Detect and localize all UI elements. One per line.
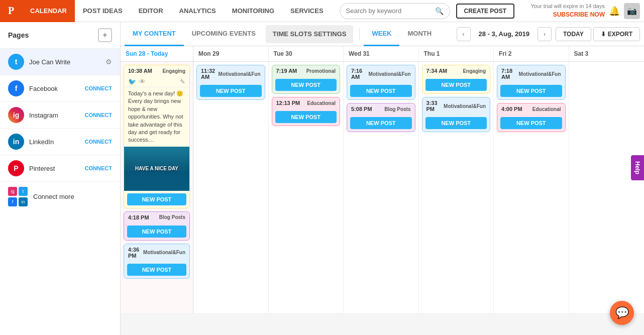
notification-bell-icon[interactable]: 🔔	[609, 6, 620, 17]
export-icon: ⬇	[601, 31, 606, 38]
settings-gear-icon[interactable]: ⚙	[105, 58, 112, 66]
connect-more-label: Connect more	[33, 193, 74, 200]
export-label: EXPORT	[608, 31, 632, 38]
instagram-connect-label[interactable]: CONNECT	[85, 112, 112, 118]
day-col-sat	[569, 62, 645, 313]
sidebar-header: Pages +	[0, 22, 120, 49]
card-time-blog: 4:18 PM	[128, 214, 149, 220]
card-tag-thu2: Motivational&Fun	[444, 103, 486, 109]
new-post-btn-fri2[interactable]: NEW POST	[500, 117, 562, 129]
linkedin-connect-label[interactable]: CONNECT	[85, 139, 112, 145]
card-time-thu1: 7:34 AM	[426, 68, 448, 74]
tab-week[interactable]: WEEK	[364, 22, 399, 46]
card-time-mot: 4:36 PM	[128, 247, 143, 259]
eye-icon[interactable]: 👁	[139, 78, 146, 85]
card-tag-fri1: Motivational&Fun	[519, 71, 561, 77]
card-tag-wed1: Motivational&Fun	[369, 71, 411, 77]
card-header-engaging: 10:38 AM Engaging	[124, 65, 189, 76]
new-post-btn-tue2[interactable]: NEW POST	[275, 111, 337, 123]
sidebar-item-joe[interactable]: t Joe Can Write ⚙	[0, 49, 120, 75]
mini-twitter-icon: t	[19, 187, 28, 196]
new-post-btn-wed1[interactable]: NEW POST	[350, 85, 412, 97]
connect-more-icons: ig t f in	[8, 187, 28, 206]
next-week-button[interactable]: ›	[538, 27, 552, 41]
post-card-motivational-wed[interactable]: 7:16 AM Motivational&Fun NEW POST	[347, 65, 415, 100]
post-card-motivational-sun[interactable]: 4:36 PM Motivational&Fun NEW POST	[124, 244, 190, 279]
tab-upcoming-events[interactable]: UPCOMING EVENTS	[184, 22, 264, 46]
nav-search-box[interactable]: 🔍	[340, 3, 450, 19]
card-time-mon1: 11:32 AM	[201, 68, 219, 80]
tab-month[interactable]: MONTH	[399, 22, 440, 46]
tabs-row: MY CONTENT UPCOMING EVENTS TIME SLOTS SE…	[121, 22, 644, 46]
new-post-btn-mon1[interactable]: NEW POST	[200, 85, 262, 97]
nav-item-post-ideas[interactable]: POST IDEAS	[75, 0, 131, 22]
subscribe-text[interactable]: SUBSCRIBE NOW	[530, 11, 605, 19]
sidebar-item-pinterest[interactable]: P Pinterest CONNECT	[0, 155, 120, 182]
tab-time-slots[interactable]: TIME SLOTS SETTINGS	[266, 25, 354, 43]
post-card-promotional-tue[interactable]: 7:19 AM Promotional NEW POST	[272, 65, 341, 94]
card-image-ocean: HAVE A NICE DAY	[124, 147, 189, 191]
prev-week-button[interactable]: ‹	[457, 27, 471, 41]
new-post-btn-wed2[interactable]: NEW POST	[350, 117, 412, 129]
trial-info: Your trial will expire in 14 days SUBSCR…	[530, 3, 605, 19]
post-card-motivational-mon[interactable]: 11:32 AM Motivational&Fun NEW POST	[196, 65, 265, 100]
post-card-motivational-thu[interactable]: 3:33 PM Motivational&Fun NEW POST	[422, 97, 491, 132]
post-card-motivational-fri[interactable]: 7:18 AM Motivational&Fun NEW POST	[497, 65, 566, 100]
pinterest-connect-label[interactable]: CONNECT	[85, 165, 112, 171]
nav-item-services[interactable]: SERVICES	[282, 0, 332, 22]
chat-icon: 💬	[615, 306, 629, 319]
card-tag-wed2: Blog Posts	[384, 106, 410, 112]
today-button[interactable]: TODAY	[556, 27, 591, 41]
sidebar-item-facebook[interactable]: f Facebook CONNECT	[0, 75, 120, 102]
day-header-thu: Thu 1	[419, 46, 494, 61]
facebook-name: Facebook	[29, 85, 85, 92]
chat-button[interactable]: 💬	[610, 301, 634, 325]
day-header-mon: Mon 29	[193, 46, 269, 61]
sidebar-item-instagram[interactable]: ig Instagram CONNECT	[0, 102, 120, 129]
nav-item-monitoring[interactable]: MONITORING	[224, 0, 282, 22]
sidebar-item-connect-more[interactable]: ig t f in Connect more	[0, 182, 120, 211]
new-post-btn-sun3[interactable]: NEW POST	[127, 264, 186, 276]
tab-my-content[interactable]: MY CONTENT	[125, 22, 184, 46]
card-toolbar: 🐦 👁 ✎	[124, 76, 189, 87]
linkedin-name: LinkedIn	[29, 138, 85, 146]
card-tag-tue1: Promotional	[306, 68, 336, 74]
sidebar-add-button[interactable]: +	[98, 28, 112, 42]
day-header-fri: Fri 2	[494, 46, 569, 61]
new-post-btn-thu1[interactable]: NEW POST	[425, 79, 487, 91]
post-card-blog-wed[interactable]: 5:08 PM Blog Posts NEW POST	[347, 103, 415, 132]
facebook-connect-label[interactable]: CONNECT	[85, 85, 112, 91]
nav-arrows: ‹ 28 - 3, Aug, 2019 › TODAY ⬇ EXPORT	[457, 27, 640, 41]
create-post-button[interactable]: CREATE POST	[456, 4, 514, 19]
nav-item-calendar[interactable]: CALENDAR	[22, 0, 75, 22]
edit-icon[interactable]: ✎	[180, 78, 185, 85]
new-post-btn-sun2[interactable]: NEW POST	[127, 226, 186, 238]
post-card-educational-fri[interactable]: 4:00 PM Educational NEW POST	[497, 103, 566, 132]
new-post-btn-tue1[interactable]: NEW POST	[275, 79, 337, 91]
user-avatar[interactable]: 📷	[624, 3, 640, 19]
main-layout: Pages + t Joe Can Write ⚙ f Facebook CON…	[0, 22, 644, 335]
nav-logo[interactable]: P	[0, 0, 22, 22]
search-input[interactable]	[346, 7, 435, 15]
nav-item-editor[interactable]: EDITOR	[131, 0, 171, 22]
post-card-engaging[interactable]: 10:38 AM Engaging 🐦 👁 ✎ Today's a new da…	[124, 65, 190, 208]
post-card-engaging-thu[interactable]: 7:34 AM Engaging NEW POST	[422, 65, 491, 94]
card-tag-1: Engaging	[162, 68, 185, 74]
help-button[interactable]: Help	[631, 155, 644, 180]
new-post-btn-fri1[interactable]: NEW POST	[500, 85, 562, 97]
instagram-name: Instagram	[29, 111, 85, 119]
day-col-sun: 10:38 AM Engaging 🐦 👁 ✎ Today's a new da…	[121, 62, 193, 313]
mini-linkedin-icon: in	[19, 197, 28, 206]
new-post-btn-thu2[interactable]: NEW POST	[425, 117, 487, 129]
sidebar-item-linkedin[interactable]: in LinkedIn CONNECT	[0, 129, 120, 155]
nav-item-analytics[interactable]: ANALYTICS	[171, 0, 224, 22]
linkedin-avatar: in	[8, 134, 24, 150]
export-button[interactable]: ⬇ EXPORT	[593, 27, 640, 41]
post-card-educational-tue[interactable]: 12:13 PM Educational NEW POST	[272, 97, 341, 126]
pinterest-avatar: P	[8, 160, 24, 176]
post-card-blog-sun[interactable]: 4:18 PM Blog Posts NEW POST	[124, 211, 190, 241]
new-post-btn-sun1[interactable]: NEW POST	[127, 193, 186, 205]
day-col-fri: 7:18 AM Motivational&Fun NEW POST 4:00 P…	[494, 62, 569, 313]
card-time-tue1: 7:19 AM	[276, 68, 297, 74]
date-range: 28 - 3, Aug, 2019	[473, 30, 535, 38]
